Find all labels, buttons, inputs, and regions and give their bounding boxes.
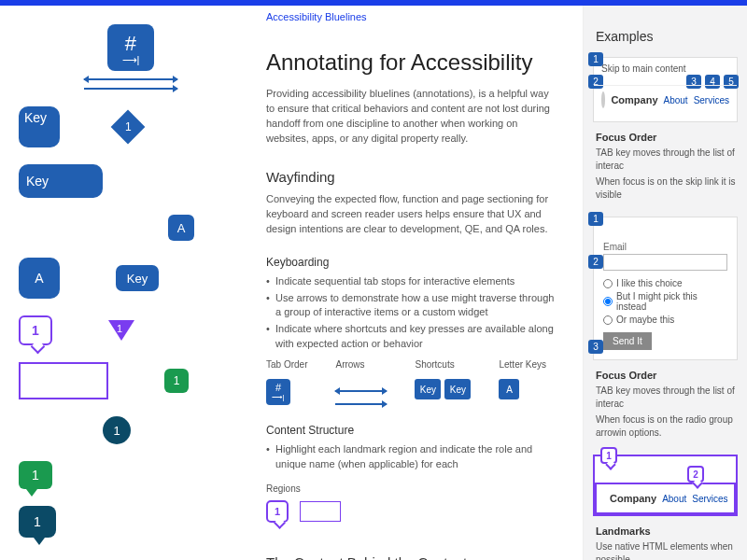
arrows-label: Arrows bbox=[335, 359, 387, 370]
chevron-badge: 1 bbox=[108, 320, 134, 341]
radio-option-2[interactable]: But I might pick this instead bbox=[603, 291, 727, 312]
annotation-legend-column: # ⟶| Key 1 Key A A Key 1 1 1 bbox=[0, 6, 243, 560]
company-label: Company bbox=[611, 94, 657, 105]
key-badge-wide-sm: Key bbox=[116, 265, 159, 291]
wayfinding-text: Conveying the expected flow, function an… bbox=[266, 192, 559, 237]
breadcrumb[interactable]: Accessibility Bluelines bbox=[266, 6, 559, 26]
nav-link-services[interactable]: Services bbox=[692, 494, 727, 504]
tab-order-mini-badge: #⟶| bbox=[266, 379, 290, 405]
landmarks-text: Use native HTML elements when possible bbox=[596, 540, 738, 560]
focus-order-text-2b: When focus is on the radio group arrowin… bbox=[596, 413, 738, 440]
diamond-badge: 1 bbox=[111, 110, 146, 145]
nav-link-services[interactable]: Services bbox=[694, 95, 729, 105]
focus-order-text-1b: When focus is on the skip link it is vis… bbox=[596, 175, 738, 202]
list-item: Indicate sequential tab stops for intera… bbox=[266, 274, 559, 289]
page-title: Annotating for Accessibility bbox=[266, 49, 559, 76]
list-item: Indicate where shortcuts and key presses… bbox=[266, 322, 559, 352]
landmark-tag-2: 2 bbox=[687, 466, 704, 483]
focus-order-text-2a: TAB key moves through the list of intera… bbox=[596, 385, 738, 411]
behind-heading: The Content Behind the Content bbox=[266, 554, 559, 560]
nav-link-about[interactable]: About bbox=[662, 494, 686, 504]
skip-link[interactable]: Skip to main content bbox=[601, 63, 686, 74]
key-badge: Key bbox=[19, 106, 60, 147]
page-layout: # ⟶| Key 1 Key A A Key 1 1 1 bbox=[0, 6, 747, 560]
list-item: Highlight each landmark region and indic… bbox=[266, 442, 559, 472]
double-arrow-mini bbox=[335, 390, 387, 392]
dark-speech-badge: 1 bbox=[19, 506, 56, 538]
example-skip-link-area: Skip to main content bbox=[594, 58, 737, 86]
key-wide-badge: Key bbox=[19, 164, 103, 198]
focus-order-tag-3b: 3 bbox=[588, 340, 603, 354]
dark-circle-badge: 1 bbox=[103, 416, 131, 444]
content-structure-heading: Content Structure bbox=[266, 424, 559, 437]
hash-symbol: # bbox=[125, 32, 136, 56]
landmarks-heading: Landmarks bbox=[596, 525, 738, 537]
region-badge-outline: 1 bbox=[19, 315, 52, 345]
regions-label: Regions bbox=[266, 483, 301, 494]
focus-order-heading-1: Focus Order bbox=[596, 132, 738, 143]
letter-key-mini: A bbox=[499, 379, 519, 399]
wayfinding-heading: Wayfinding bbox=[266, 169, 559, 185]
region-number-badge: 1 bbox=[266, 500, 289, 523]
green-square-badge: 1 bbox=[164, 369, 189, 393]
focus-order-tag-1b: 1 bbox=[588, 212, 603, 226]
shortcut-key-1: Key bbox=[415, 379, 441, 399]
green-speech-badge: 1 bbox=[19, 461, 52, 489]
email-field[interactable] bbox=[603, 254, 727, 271]
example-nav-bar-2: Company About Services bbox=[595, 483, 736, 514]
focus-order-heading-2: Focus Order bbox=[596, 370, 738, 381]
tab-order-badge: # ⟶| bbox=[107, 24, 154, 71]
shortcuts-label: Shortcuts bbox=[415, 359, 471, 370]
keyboarding-legend-row: Tab Order #⟶| Arrows Shortcuts Key Key L… bbox=[266, 359, 559, 405]
keyboarding-heading: Keyboarding bbox=[266, 256, 559, 269]
region-rect-outline bbox=[19, 362, 108, 399]
keyboarding-list: Indicate sequential tab stops for intera… bbox=[266, 274, 559, 353]
radio-option-3[interactable]: Or maybe this bbox=[603, 315, 727, 325]
radio-group[interactable]: I like this choice But I might pick this… bbox=[603, 278, 727, 325]
examples-column: Examples 1 2 3 4 5 Skip to main content … bbox=[584, 6, 747, 560]
example-focus-form: 1 2 3 Email I like this choice But I mig… bbox=[593, 217, 738, 360]
region-rect-mini bbox=[300, 501, 341, 522]
letter-key-badge-small: A bbox=[168, 215, 194, 241]
double-arrow-icon bbox=[84, 78, 177, 80]
landmark-tag-1: 1 bbox=[600, 447, 617, 464]
radio-option-1[interactable]: I like this choice bbox=[603, 278, 727, 288]
article-column: Accessibility Bluelines Annotating for A… bbox=[243, 6, 584, 560]
tab-arrow-icon: ⟶| bbox=[122, 56, 140, 64]
focus-order-tag-2b: 2 bbox=[588, 255, 603, 269]
company-label: Company bbox=[610, 493, 656, 504]
focus-order-text-1a: TAB key moves through the list of intera… bbox=[596, 147, 738, 173]
send-button[interactable]: Send It bbox=[603, 332, 652, 350]
avatar-icon bbox=[601, 91, 605, 108]
examples-heading: Examples bbox=[596, 29, 738, 44]
shortcut-key-2: Key bbox=[444, 379, 471, 399]
single-arrow-icon bbox=[84, 88, 177, 90]
example-focus-nav: 1 2 3 4 5 Skip to main content Company A… bbox=[593, 57, 738, 122]
nav-link-about[interactable]: About bbox=[664, 95, 688, 105]
list-item: Use arrows to demonstrate how a use migh… bbox=[266, 291, 559, 321]
intro-text: Providing accessibility bluelines (annot… bbox=[266, 87, 559, 147]
example-landmarks: 1 2 Company About Services bbox=[593, 455, 738, 516]
single-arrow-mini bbox=[335, 403, 387, 405]
example-nav-bar: Company About Services bbox=[594, 86, 737, 114]
tab-order-label: Tab Order bbox=[266, 359, 307, 370]
letter-keys-label: Letter Keys bbox=[499, 359, 546, 370]
letter-key-badge: A bbox=[19, 258, 60, 299]
email-label: Email bbox=[603, 242, 727, 252]
